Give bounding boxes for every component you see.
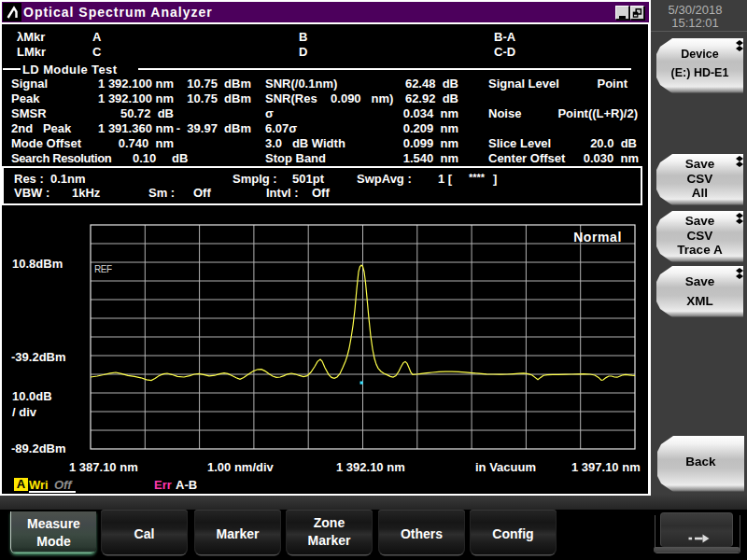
svg-text:REF: REF: [94, 264, 112, 274]
